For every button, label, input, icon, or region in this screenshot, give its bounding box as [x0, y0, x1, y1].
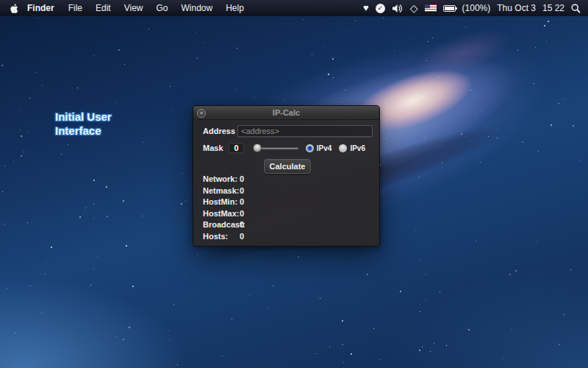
star — [298, 256, 299, 258]
calculate-button[interactable]: Calculate — [264, 159, 311, 174]
star — [177, 364, 178, 365]
star — [400, 291, 401, 292]
annotation-line1: Initial User — [55, 110, 112, 124]
result-label: Netmask: — [203, 186, 240, 195]
star — [422, 347, 423, 347]
star — [185, 200, 186, 201]
star — [440, 291, 440, 292]
star — [51, 247, 52, 248]
star — [579, 160, 580, 161]
star — [7, 288, 7, 289]
window-title: IP-Calc — [193, 108, 379, 117]
star — [419, 350, 420, 351]
star — [346, 30, 347, 31]
star — [534, 83, 534, 84]
flag-canton — [425, 4, 430, 8]
star — [21, 135, 22, 137]
address-input[interactable] — [237, 125, 373, 137]
ipv4-radio[interactable] — [306, 144, 314, 152]
us-flag-input-icon[interactable] — [425, 4, 437, 12]
battery-icon[interactable] — [443, 5, 456, 12]
star — [204, 43, 205, 43]
result-label: Network: — [203, 174, 237, 183]
star — [379, 359, 380, 360]
annotation-initial-user-interface: Initial User Interface — [55, 110, 112, 138]
star — [479, 153, 480, 154]
spotlight-icon[interactable] — [571, 2, 581, 14]
menu-bar: Finder File Edit View Go Window Help ♥ ✓… — [0, 0, 588, 16]
star — [573, 125, 574, 127]
menu-window[interactable]: Window — [175, 3, 220, 13]
heart-icon[interactable]: ♥ — [363, 2, 369, 14]
menu-file[interactable]: File — [62, 3, 89, 13]
star — [169, 340, 170, 341]
star — [415, 230, 415, 230]
star — [362, 258, 362, 258]
star — [383, 18, 384, 18]
menu-finder[interactable]: Finder — [21, 3, 62, 13]
star — [1, 65, 3, 66]
star — [468, 329, 470, 330]
star — [420, 311, 420, 312]
star — [316, 353, 317, 354]
star — [20, 130, 21, 130]
star — [84, 211, 85, 212]
star — [46, 262, 47, 263]
star — [343, 102, 344, 102]
star — [15, 333, 15, 333]
result-value: 0 — [240, 174, 244, 183]
star — [332, 58, 334, 60]
volume-icon[interactable] — [392, 2, 404, 14]
star — [254, 97, 255, 98]
menu-help[interactable]: Help — [219, 3, 251, 13]
star — [386, 138, 387, 139]
star — [196, 32, 197, 33]
star — [476, 116, 477, 116]
star — [132, 286, 134, 287]
star — [27, 131, 28, 132]
result-row-hostmin: HostMin: 0 — [203, 197, 245, 206]
desktop: Finder File Edit View Go Window Help ♥ ✓… — [0, 0, 588, 368]
menu-clock-date[interactable]: Thu Oct 3 — [497, 3, 536, 13]
star — [420, 304, 420, 305]
address-label: Address — [203, 127, 237, 135]
star — [2, 191, 3, 192]
star — [42, 85, 43, 85]
annotation-line2: Interface — [55, 124, 112, 138]
star — [220, 356, 221, 357]
result-row-broadcast: Broadcast: 0 — [203, 220, 245, 229]
result-label: HostMin: — [203, 197, 237, 206]
menu-go[interactable]: Go — [150, 3, 175, 13]
star — [436, 126, 437, 127]
mask-value-field[interactable] — [229, 143, 244, 153]
result-value: 0 — [240, 232, 244, 241]
star — [98, 256, 98, 257]
star — [546, 41, 547, 42]
result-label: Hosts: — [203, 232, 228, 241]
window-titlebar[interactable]: × IP-Calc — [193, 106, 379, 120]
mask-slider[interactable] — [254, 143, 298, 153]
star — [559, 344, 560, 345]
ipv6-radio[interactable] — [339, 144, 347, 152]
slider-knob[interactable] — [253, 144, 262, 152]
diamond-icon[interactable]: ◇ — [410, 2, 418, 14]
menu-clock-time[interactable]: 15 22 — [542, 3, 564, 13]
star — [41, 313, 42, 314]
star — [438, 77, 439, 77]
result-row-network: Network: 0 — [203, 174, 245, 183]
star — [232, 319, 232, 319]
result-value: 0 — [240, 197, 244, 206]
star — [551, 124, 552, 126]
result-row-hostmax: HostMax: 0 — [203, 209, 245, 218]
star — [343, 362, 344, 363]
star — [394, 51, 395, 52]
star — [4, 224, 5, 224]
apple-menu[interactable] — [9, 3, 21, 14]
check-circle-icon[interactable]: ✓ — [376, 4, 385, 13]
result-value: 0 — [240, 220, 244, 229]
star — [223, 355, 224, 356]
star — [420, 260, 420, 261]
menu-edit[interactable]: Edit — [89, 3, 118, 13]
star — [446, 345, 447, 346]
menu-view[interactable]: View — [118, 3, 150, 13]
